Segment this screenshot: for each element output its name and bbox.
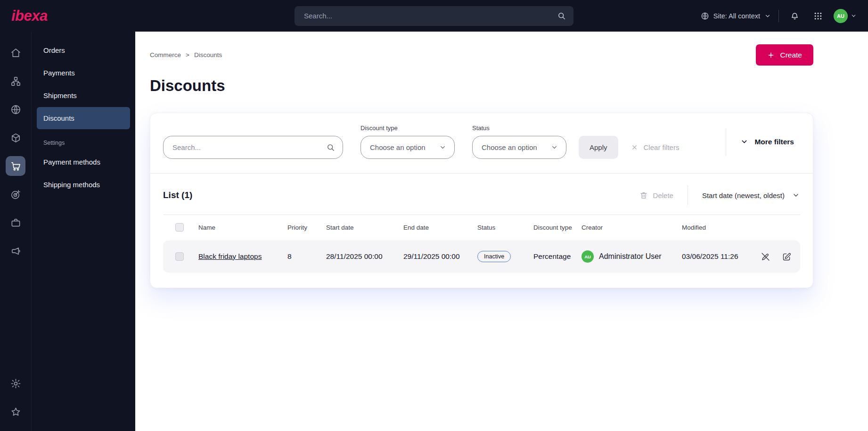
notifications-button[interactable]: [786, 8, 802, 24]
subnav-item-payments[interactable]: Payments: [37, 62, 130, 84]
subnav-item-payment-methods[interactable]: Payment methods: [37, 151, 130, 173]
chevron-down-icon: [764, 13, 771, 19]
apply-button[interactable]: Apply: [579, 136, 618, 159]
search-icon: [326, 143, 335, 152]
status-select[interactable]: Choose an option: [472, 136, 566, 159]
column-header-end-date[interactable]: End date: [403, 224, 477, 231]
global-search-input[interactable]: [304, 12, 557, 20]
close-icon: [631, 144, 638, 151]
bell-icon: [790, 11, 800, 21]
breadcrumb-discounts[interactable]: Discounts: [194, 51, 222, 58]
briefcase-icon: [10, 217, 21, 228]
sidebar-item-workflow[interactable]: [6, 213, 25, 232]
edit-icon: [782, 252, 792, 262]
column-header-modified[interactable]: Modified: [682, 224, 761, 231]
discount-type-select[interactable]: Choose an option: [360, 136, 455, 159]
column-header-start-date[interactable]: Start date: [326, 224, 403, 231]
sidebar-item-marketing[interactable]: [6, 241, 25, 261]
sidebar-item-bookmarks[interactable]: [6, 402, 25, 422]
chevron-down-icon: [792, 191, 800, 199]
status-label: Status: [472, 124, 566, 132]
column-header-status[interactable]: Status: [477, 224, 533, 231]
creator-name: Administrator User: [599, 252, 661, 261]
sidebar-item-personalization[interactable]: [6, 184, 25, 204]
subnav-section-settings: Settings: [43, 140, 123, 146]
apps-menu-button[interactable]: [810, 8, 826, 24]
global-search[interactable]: [295, 6, 573, 26]
create-button-label: Create: [780, 51, 802, 59]
main-content: Commerce > Discounts Create Discounts: [135, 32, 868, 431]
sidebar-item-content-structure[interactable]: [6, 71, 25, 91]
subnav-item-label: Discounts: [43, 114, 74, 122]
site-context-selector[interactable]: Site: All context: [701, 12, 771, 20]
ibexa-logo[interactable]: ibexa: [11, 8, 48, 25]
column-header-name[interactable]: Name: [198, 224, 287, 231]
column-header-creator[interactable]: Creator: [581, 224, 682, 231]
status-value: Choose an option: [482, 143, 537, 151]
globe-icon: [10, 104, 21, 115]
discount-type-label: Discount type: [360, 124, 455, 132]
megaphone-icon: [10, 246, 21, 257]
creator-avatar: AU: [581, 250, 594, 263]
globe-icon: [701, 12, 709, 20]
plus-icon: [767, 51, 775, 59]
chevron-down-icon: [551, 144, 558, 151]
user-avatar[interactable]: AU: [834, 9, 848, 23]
more-filters-button[interactable]: More filters: [726, 128, 794, 156]
filter-bar: Discount type Choose an option Status Ch…: [150, 113, 813, 173]
table-header-row: Name Priority Start date End date Status…: [163, 215, 800, 239]
sidebar-item-site[interactable]: [6, 99, 25, 119]
clear-filters-button[interactable]: Clear filters: [631, 136, 680, 159]
subnav-item-label: Shipments: [43, 91, 77, 99]
subnav-item-shipping-methods[interactable]: Shipping methods: [37, 174, 130, 196]
clear-filters-label: Clear filters: [644, 143, 680, 151]
user-menu[interactable]: AU: [834, 9, 857, 23]
topbar-divider: [778, 10, 779, 22]
subnav-item-label: Shipping methods: [43, 181, 100, 189]
subnav-item-label: Payments: [43, 69, 75, 77]
discounts-table: Name Priority Start date End date Status…: [163, 215, 800, 273]
subnav-item-orders[interactable]: Orders: [37, 39, 130, 61]
delete-button[interactable]: Delete: [639, 191, 673, 199]
subnav-item-shipments[interactable]: Shipments: [37, 84, 130, 107]
ai-edit-disabled-button[interactable]: [761, 252, 770, 262]
trash-icon: [639, 191, 648, 199]
topbar: ibexa Site: All context AU: [0, 0, 868, 32]
breadcrumb-separator: >: [186, 51, 189, 58]
delete-button-label: Delete: [653, 191, 673, 199]
home-icon: [10, 48, 21, 58]
shopping-cart-icon: [10, 161, 21, 172]
create-button[interactable]: Create: [756, 44, 813, 66]
discounts-panel: Discount type Choose an option Status Ch…: [150, 113, 813, 288]
column-header-priority[interactable]: Priority: [287, 224, 326, 231]
cube-icon: [10, 133, 21, 143]
filter-search-input[interactable]: [172, 143, 326, 151]
cell-priority: 8: [287, 252, 326, 261]
list-header: List (1) Delete Start date (newest, olde…: [150, 174, 813, 215]
select-all-checkbox[interactable]: [175, 223, 184, 232]
discount-name-link[interactable]: Black friday laptops: [198, 252, 262, 260]
subnav-item-label: Payment methods: [43, 158, 100, 166]
cell-end-date: 29/11/2025 00:00: [403, 252, 477, 261]
row-checkbox[interactable]: [175, 252, 184, 261]
filter-search[interactable]: [163, 136, 343, 159]
table-row: Black friday laptops 8 28/11/2025 00:00 …: [163, 240, 800, 273]
sidebar-item-commerce[interactable]: [6, 156, 25, 176]
sidebar-item-products[interactable]: [6, 128, 25, 148]
magic-pen-strikethrough-icon: [761, 252, 770, 262]
site-context-label: Site: All context: [713, 12, 760, 20]
gear-icon: [10, 378, 21, 389]
subnav-item-discounts[interactable]: Discounts: [37, 107, 130, 129]
sidebar-item-settings[interactable]: [6, 373, 25, 393]
sidebar-item-home[interactable]: [6, 43, 25, 63]
column-header-discount-type[interactable]: Discount type: [533, 224, 581, 231]
sidebar-icon-rail: [0, 32, 32, 431]
status-badge: Inactive: [477, 251, 511, 263]
cell-start-date: 28/11/2025 00:00: [326, 252, 403, 261]
breadcrumb: Commerce > Discounts: [150, 51, 222, 58]
edit-button[interactable]: [782, 252, 792, 262]
breadcrumb-commerce[interactable]: Commerce: [150, 51, 181, 58]
sort-dropdown[interactable]: Start date (newest, oldest): [688, 185, 800, 205]
search-icon: [557, 11, 566, 20]
cell-discount-type: Percentage: [533, 252, 581, 261]
